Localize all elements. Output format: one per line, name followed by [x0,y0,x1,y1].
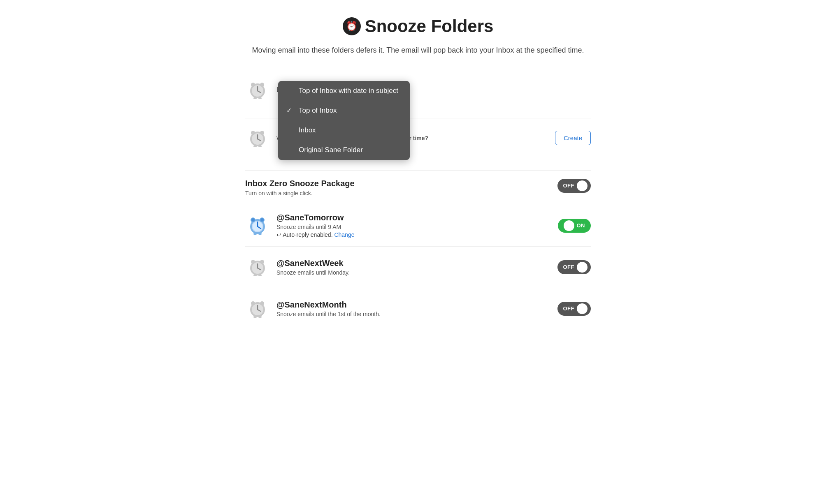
page-title: ⏰ Snooze Folders [245,16,591,36]
sanenextweek-clock-icon [245,254,270,280]
svg-rect-25 [253,233,257,235]
page-subtitle: Moving email into these folders defers i… [245,44,591,56]
dropdown-item-inbox[interactable]: Inbox [278,120,410,140]
sanenextmonth-toggle-label: OFF [563,305,575,312]
create-button[interactable]: Create [555,131,591,145]
snooze-icon: ⏰ [343,17,361,35]
sanenextmonth-toggle[interactable]: OFF [557,302,591,316]
svg-rect-6 [253,97,257,99]
folder-row-sanenextweek: @SaneNextWeek Snooze emails until Monday… [245,246,591,288]
sanenextmonth-info: @SaneNextMonth Snooze emails until the 1… [276,300,381,317]
selected-check-icon: ✓ [286,106,295,114]
dropdown-item-top-date[interactable]: Top of Inbox with date in subject [278,81,410,101]
autoreply-icon: ↩ [276,231,283,238]
svg-rect-41 [253,316,257,318]
svg-rect-7 [258,97,262,99]
svg-rect-42 [258,316,262,318]
svg-rect-15 [258,146,262,147]
svg-point-23 [251,218,255,222]
sanenextweek-left: @SaneNextWeek Snooze emails until Monday… [245,254,350,280]
sanenextweek-info: @SaneNextWeek Snooze emails until Monday… [276,259,350,276]
dropdown-item-original-sane[interactable]: Original Sane Folder [278,140,410,160]
sanetomorrow-clock-icon [245,213,270,239]
sanenextmonth-toggle-circle [577,303,588,314]
sanenextmonth-clock-icon [245,296,270,322]
package-title: Inbox Zero Snooze Package [245,179,355,188]
destination-dropdown[interactable]: Top of Inbox with date in subject ✓ Top … [278,81,410,160]
package-subtitle: Turn on with a single click. [245,190,355,197]
svg-point-24 [260,218,264,222]
special-clock-icon [245,125,270,151]
dropdown-item-top-inbox[interactable]: ✓ Top of Inbox [278,101,410,120]
folder-destination-section: Destination: Top of Inbox with date in s… [245,77,591,158]
sanenextmonth-left: @SaneNextMonth Snooze emails until the 1… [245,296,381,322]
sanenextmonth-desc: Snooze emails until the 1st of the month… [276,311,381,317]
sanetomorrow-change-link[interactable]: Change [334,231,354,238]
package-toggle-label: OFF [563,183,575,189]
clock-icon-grey [245,77,270,103]
folder-row-sanenextmonth: @SaneNextMonth Snooze emails until the 1… [245,288,591,329]
sanetomorrow-toggle[interactable]: ON [558,219,591,233]
sanetomorrow-toggle-label: ON [577,222,585,229]
svg-point-39 [251,301,255,305]
sanetomorrow-autoreply: ↩ Auto-reply enabled. Change [276,231,354,238]
svg-point-40 [260,301,264,305]
package-toggle[interactable]: OFF [557,179,591,193]
package-info: Inbox Zero Snooze Package Turn on with a… [245,179,355,197]
sanenextweek-desc: Snooze emails until Monday. [276,269,350,276]
sanenextweek-toggle[interactable]: OFF [557,260,591,274]
sanetomorrow-toggle-circle [564,220,574,231]
svg-rect-34 [258,275,262,276]
sanenextweek-toggle-label: OFF [563,264,575,270]
sanenextweek-name: @SaneNextWeek [276,259,350,268]
svg-point-32 [260,260,264,264]
svg-rect-26 [258,233,262,235]
sanetomorrow-desc: Snooze emails until 9 AM [276,224,354,230]
sanetomorrow-info: @SaneTomorrow Snooze emails until 9 AM ↩… [276,213,354,238]
sanetomorrow-name: @SaneTomorrow [276,213,354,222]
sanetomorrow-left: @SaneTomorrow Snooze emails until 9 AM ↩… [245,213,354,239]
svg-rect-14 [253,146,257,147]
inbox-zero-package-row: Inbox Zero Snooze Package Turn on with a… [245,170,591,205]
svg-point-13 [260,131,264,135]
folder-row-sanetomorrow: @SaneTomorrow Snooze emails until 9 AM ↩… [245,205,591,246]
svg-point-4 [251,83,255,87]
svg-point-5 [260,83,264,87]
svg-point-12 [251,131,255,135]
svg-rect-33 [253,275,257,276]
sanenextweek-toggle-circle [577,262,588,273]
svg-point-31 [251,260,255,264]
package-toggle-circle [577,180,588,191]
sanenextmonth-name: @SaneNextMonth [276,300,381,310]
